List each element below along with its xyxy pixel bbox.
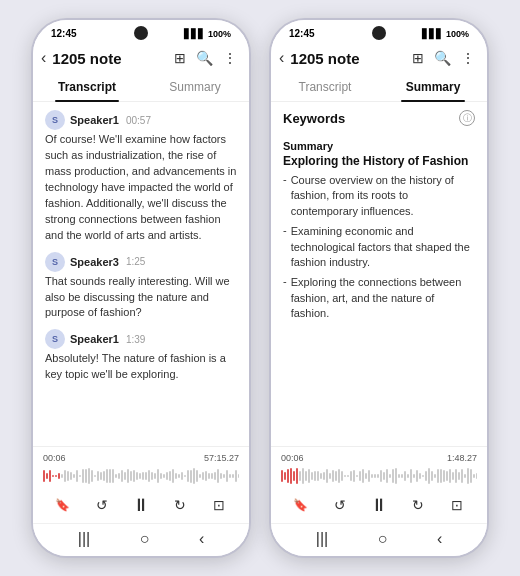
pause-button-right[interactable]: ⏸	[367, 493, 391, 517]
avatar-speaker1-1: S	[45, 110, 65, 130]
nav-home-right[interactable]: ○	[378, 530, 388, 548]
tab-summary-left[interactable]: Summary	[141, 73, 249, 101]
nav-apps-right[interactable]: |||	[316, 530, 328, 548]
tab-transcript-left[interactable]: Transcript	[33, 73, 141, 101]
transcript-entry-2: S Speaker3 1:25 That sounds really inter…	[45, 252, 237, 322]
phone-right: 12:45 ▋▋▋ 100% ‹ 1205 note ⊞ 🔍 ⋮ Transcr…	[269, 18, 489, 558]
bullet-text-1: Course overview on the history of fashio…	[291, 173, 475, 219]
back-button-right[interactable]: ‹	[279, 49, 284, 67]
player-bar-left: 00:06 57:15.27 🔖 ↺ ⏸ ↻ ⊡	[33, 446, 249, 523]
transcript-text-1: Of course! We'll examine how factors suc…	[45, 132, 237, 244]
speaker-time-1: 00:57	[126, 115, 151, 126]
speaker-name-2: Speaker3	[70, 256, 119, 268]
total-time-right: 1:48.27	[447, 453, 477, 463]
more-icon-left[interactable]: ⋮	[223, 50, 237, 66]
page-title-right: 1205 note	[290, 50, 412, 67]
transcript-entry-3: S Speaker1 1:39 Absolutely! The nature o…	[45, 329, 237, 383]
transcript-text-2: That sounds really interesting. Will we …	[45, 274, 237, 322]
back-button-left[interactable]: ‹	[41, 49, 46, 67]
avatar-speaker1-2: S	[45, 329, 65, 349]
signal-icon-left: ▋▋▋	[184, 29, 205, 39]
summary-title: Summary	[283, 140, 475, 152]
speaker-line-1: S Speaker1 00:57	[45, 110, 237, 130]
player-controls-right: 🔖 ↺ ⏸ ↻ ⊡	[281, 491, 477, 519]
copy-icon-left[interactable]: ⊞	[174, 50, 186, 66]
summary-section: Summary Exploring the History of Fashion…	[283, 140, 475, 438]
bullet-dash-1: -	[283, 173, 287, 219]
player-bar-right: 00:06 1:48.27 🔖 ↺ ⏸ ↻ ⊡	[271, 446, 487, 523]
summary-bullet-2: - Examining economic and technological f…	[283, 224, 475, 270]
copy-icon-right[interactable]: ⊞	[412, 50, 424, 66]
forward-button-right[interactable]: ↻	[406, 493, 430, 517]
summary-content-right: Keywords ⓘ Summary Exploring the History…	[271, 102, 487, 446]
tabs-right: Transcript Summary	[271, 73, 487, 102]
speaker-line-2: S Speaker3 1:25	[45, 252, 237, 272]
rewind-button-left[interactable]: ↺	[90, 493, 114, 517]
waveform-left[interactable]	[43, 465, 239, 487]
header-actions-left: ⊞ 🔍 ⋮	[174, 50, 237, 66]
transcript-entry-1: S Speaker1 00:57 Of course! We'll examin…	[45, 110, 237, 244]
bullet-text-3: Exploring the connections between fashio…	[291, 275, 475, 321]
save-button-left[interactable]: ⊡	[207, 493, 231, 517]
header-left: ‹ 1205 note ⊞ 🔍 ⋮	[33, 43, 249, 73]
tab-summary-right[interactable]: Summary	[379, 73, 487, 101]
transcript-content-left: S Speaker1 00:57 Of course! We'll examin…	[33, 102, 249, 446]
network-left: 100%	[208, 29, 231, 39]
forward-button-left[interactable]: ↻	[168, 493, 192, 517]
speaker-name-3: Speaker1	[70, 333, 119, 345]
nav-apps-left[interactable]: |||	[78, 530, 90, 548]
nav-bar-right: ||| ○ ‹	[271, 523, 487, 556]
header-actions-right: ⊞ 🔍 ⋮	[412, 50, 475, 66]
header-right: ‹ 1205 note ⊞ 🔍 ⋮	[271, 43, 487, 73]
total-time-left: 57:15.27	[204, 453, 239, 463]
bookmark-button-right[interactable]: 🔖	[289, 493, 313, 517]
speaker-name-1: Speaker1	[70, 114, 119, 126]
status-time-left: 12:45	[51, 28, 77, 39]
signal-icon-right: ▋▋▋	[422, 29, 443, 39]
player-controls-left: 🔖 ↺ ⏸ ↻ ⊡	[43, 491, 239, 519]
search-icon-right[interactable]: 🔍	[434, 50, 451, 66]
player-times-right: 00:06 1:48.27	[281, 453, 477, 463]
status-time-right: 12:45	[289, 28, 315, 39]
speaker-time-3: 1:39	[126, 334, 145, 345]
current-time-left: 00:06	[43, 453, 66, 463]
current-time-right: 00:06	[281, 453, 304, 463]
page-title-left: 1205 note	[52, 50, 174, 67]
speaker-line-3: S Speaker1 1:39	[45, 329, 237, 349]
tab-transcript-right[interactable]: Transcript	[271, 73, 379, 101]
summary-heading: Exploring the History of Fashion	[283, 154, 475, 168]
network-right: 100%	[446, 29, 469, 39]
keywords-label: Keywords	[283, 111, 345, 126]
tabs-left: Transcript Summary	[33, 73, 249, 102]
notch-left	[134, 26, 148, 40]
avatar-speaker3: S	[45, 252, 65, 272]
summary-bullet-3: - Exploring the connections between fash…	[283, 275, 475, 321]
status-icons-left: ▋▋▋ 100%	[184, 29, 231, 39]
summary-bullet-1: - Course overview on the history of fash…	[283, 173, 475, 219]
notch-right	[372, 26, 386, 40]
nav-bar-left: ||| ○ ‹	[33, 523, 249, 556]
player-times-left: 00:06 57:15.27	[43, 453, 239, 463]
info-icon[interactable]: ⓘ	[459, 110, 475, 126]
save-button-right[interactable]: ⊡	[445, 493, 469, 517]
speaker-time-2: 1:25	[126, 256, 145, 267]
nav-home-left[interactable]: ○	[140, 530, 150, 548]
more-icon-right[interactable]: ⋮	[461, 50, 475, 66]
status-icons-right: ▋▋▋ 100%	[422, 29, 469, 39]
bullet-dash-3: -	[283, 275, 287, 321]
nav-back-right[interactable]: ‹	[437, 530, 442, 548]
search-icon-left[interactable]: 🔍	[196, 50, 213, 66]
rewind-button-right[interactable]: ↺	[328, 493, 352, 517]
bookmark-button-left[interactable]: 🔖	[51, 493, 75, 517]
waveform-right[interactable]	[281, 465, 477, 487]
bullet-text-2: Examining economic and technological fac…	[291, 224, 475, 270]
bullet-dash-2: -	[283, 224, 287, 270]
keywords-row: Keywords ⓘ	[283, 110, 475, 126]
nav-back-left[interactable]: ‹	[199, 530, 204, 548]
pause-button-left[interactable]: ⏸	[129, 493, 153, 517]
phone-left: 12:45 ▋▋▋ 100% ‹ 1205 note ⊞ 🔍 ⋮ Transcr…	[31, 18, 251, 558]
transcript-text-3: Absolutely! The nature of fashion is a k…	[45, 351, 237, 383]
